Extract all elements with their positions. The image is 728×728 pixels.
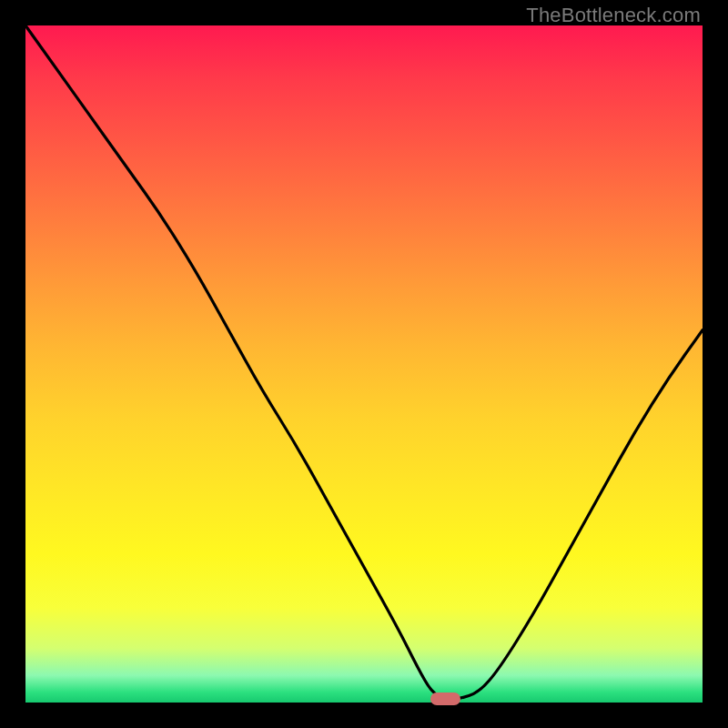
- watermark-text: TheBottleneck.com: [526, 4, 701, 27]
- plot-area: [25, 25, 703, 703]
- bottleneck-curve: [25, 25, 703, 703]
- optimal-marker: [430, 693, 460, 705]
- chart-frame: TheBottleneck.com: [0, 0, 728, 728]
